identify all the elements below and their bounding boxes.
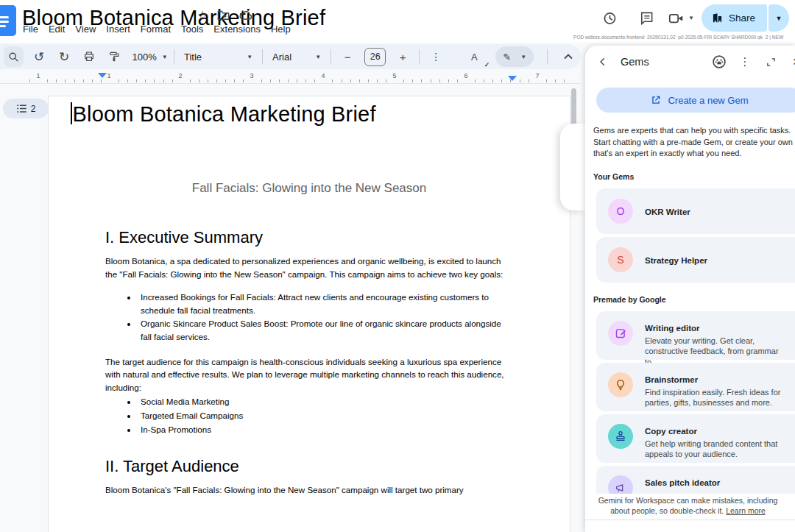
spelling-grammar-icon[interactable]: A✓: [464, 47, 488, 66]
stamp-icon: [608, 424, 633, 449]
gem-name: Copy creator: [645, 427, 697, 436]
doc-bullet-item[interactable]: In-Spa Promotions: [138, 423, 513, 436]
gems-panel-header: Gems ⋮ ✕: [585, 46, 795, 78]
increase-font-size-button[interactable]: +: [393, 47, 412, 66]
open-in-new-icon: [651, 95, 661, 105]
hide-menus-chevron-icon[interactable]: [559, 47, 578, 66]
paw-icon[interactable]: [710, 53, 728, 71]
gem-name: OKR Writer: [645, 208, 690, 216]
gem-card-writing-editor[interactable]: Writing editor Elevate your writing. Get…: [596, 311, 795, 360]
menu-help[interactable]: Help: [266, 22, 296, 36]
version-history-icon[interactable]: [595, 5, 624, 32]
expand-panel-icon[interactable]: [762, 53, 780, 71]
font-family-select[interactable]: Arial▼: [269, 47, 324, 66]
gem-avatar: S: [608, 247, 633, 272]
paint-format-icon[interactable]: [105, 47, 124, 66]
side-panel-grip[interactable]: [560, 124, 585, 210]
your-gems-label: Your Gems: [593, 172, 795, 181]
build-debug-text: POD editors.documents-frontend_20250131.…: [573, 35, 795, 40]
doc-bullet-item[interactable]: Targeted Email Campaigns: [138, 409, 513, 422]
doc-heading-title[interactable]: Bloom Botanica Marketing Brief: [71, 102, 376, 127]
doc-bullet-item[interactable]: Social Media Marketing: [138, 395, 513, 408]
right-indent-marker[interactable]: [508, 76, 517, 81]
menu-tools[interactable]: Tools: [176, 22, 208, 36]
footer-divider: [585, 519, 795, 520]
close-panel-icon[interactable]: ✕: [788, 53, 795, 71]
menu-file[interactable]: File: [18, 22, 43, 36]
gemini-disclaimer-footer: Gemini for Workspace can make mistakes, …: [585, 494, 795, 532]
doc-bullet-list[interactable]: Social Media Marketing Targeted Email Ca…: [105, 395, 513, 436]
doc-paragraph[interactable]: Bloom Botanica, a spa dedicated to perso…: [105, 255, 513, 280]
tab-count-badge: 2: [31, 104, 36, 114]
gem-name: Writing editor: [645, 324, 700, 333]
share-button-group: Share ▼: [702, 4, 789, 32]
doc-paragraph[interactable]: Bloom Botanica's "Fall Facials: Glowing …: [105, 483, 513, 497]
paragraph-style-select[interactable]: Title▼: [181, 47, 255, 66]
gem-description: Get help writing branded content that ap…: [645, 439, 785, 460]
doc-bullet-item[interactable]: Organic Skincare Product Sales Boost: Pr…: [138, 317, 513, 343]
document-page[interactable]: Bloom Botanica Marketing Brief Fall Faci…: [48, 96, 570, 532]
doc-bullet-item[interactable]: Increased Bookings for Fall Facials: Att…: [138, 291, 513, 316]
gems-description: Gems are experts that can help you with …: [593, 125, 794, 160]
premade-by-google-label: Premade by Google: [593, 295, 795, 304]
doc-subtitle[interactable]: Fall Facials: Glowing into the New Seaso…: [105, 181, 513, 196]
create-new-gem-button[interactable]: Create a new Gem: [596, 88, 795, 113]
outline-list-icon: [16, 104, 27, 113]
menu-view[interactable]: View: [70, 22, 101, 36]
gem-name: Brainstormer: [645, 375, 698, 384]
menu-insert[interactable]: Insert: [101, 22, 135, 36]
editor-toolbar: ↺ ↻ 100%▼ Title▼ Arial▼ − 26 + ⋮ A✓ ✎ ▼: [0, 44, 581, 69]
cloud-status-icon[interactable]: [239, 10, 252, 21]
disclaimer-text: Gemini for Workspace can make mistakes, …: [585, 494, 795, 516]
google-docs-logo-icon[interactable]: [0, 5, 16, 36]
back-chevron-icon[interactable]: [594, 53, 612, 71]
doc-heading-exec-summary[interactable]: I. Executive Summary: [105, 228, 513, 247]
move-folder-icon[interactable]: [217, 10, 230, 21]
gem-card-okr-writer[interactable]: O OKR Writer: [596, 188, 795, 234]
doc-paragraph[interactable]: The target audience for this campaign is…: [105, 355, 513, 394]
gem-avatar: O: [608, 199, 633, 224]
panel-more-options-icon[interactable]: ⋮: [736, 53, 754, 71]
menu-extensions[interactable]: Extensions: [208, 22, 266, 36]
share-dropdown-button[interactable]: ▼: [768, 4, 789, 32]
join-call-button[interactable]: ▼: [668, 13, 694, 24]
gem-name: Sales pitch ideator: [645, 478, 720, 487]
editing-mode-select[interactable]: ✎ ▼: [495, 46, 534, 67]
gems-side-panel: Gems ⋮ ✕ Create a new Gem Gems are exper…: [585, 46, 795, 532]
gem-card-copy-creator[interactable]: Copy creator Get help writing branded co…: [596, 414, 795, 463]
domain-icon: [712, 13, 723, 24]
text-cursor: [71, 102, 72, 124]
print-icon[interactable]: [80, 47, 99, 66]
pencil-icon: ✎: [503, 52, 511, 63]
learn-more-link[interactable]: Learn more: [726, 506, 766, 515]
doc-heading-target-audience[interactable]: II. Target Audience: [105, 457, 513, 476]
gem-description: Find inspiration easily. Fresh ideas for…: [645, 387, 785, 408]
panel-title: Gems: [621, 56, 710, 68]
font-size-input[interactable]: 26: [364, 48, 386, 66]
doc-bullet-list[interactable]: Increased Bookings for Fall Facials: Att…: [105, 291, 513, 343]
left-indent-marker[interactable]: [98, 73, 107, 78]
redo-icon[interactable]: ↻: [54, 47, 74, 66]
more-toolbar-options-icon[interactable]: ⋮: [426, 47, 445, 66]
gem-card-strategy-helper[interactable]: S Strategy Helper: [596, 237, 795, 283]
zoom-select[interactable]: 100%▼: [132, 47, 167, 66]
horizontal-ruler[interactable]: 1 1 2 3 4 5 6 7: [0, 72, 581, 84]
edit-square-icon: [608, 321, 633, 346]
undo-icon[interactable]: ↺: [29, 47, 49, 66]
lightbulb-icon: [608, 372, 633, 397]
menu-edit[interactable]: Edit: [43, 22, 70, 36]
gem-name: Strategy Helper: [645, 256, 707, 265]
call-dropdown-caret-icon[interactable]: ▼: [688, 15, 694, 21]
gem-card-brainstormer[interactable]: Brainstormer Find inspiration easily. Fr…: [596, 363, 795, 411]
menu-bar: File Edit View Insert Format Tools Exten…: [18, 22, 296, 36]
star-icon[interactable]: ☆: [197, 8, 208, 22]
share-button[interactable]: Share: [702, 4, 767, 32]
menu-format[interactable]: Format: [135, 22, 176, 36]
document-tabs-button[interactable]: 2: [3, 99, 49, 118]
comments-icon[interactable]: [632, 5, 661, 32]
decrease-font-size-button[interactable]: −: [338, 47, 357, 66]
app-header: Bloom Botanica Marketing Brief ☆ File Ed…: [0, 0, 795, 43]
document-canvas: 2 Bloom Botanica Marketing Brief Fall Fa…: [0, 84, 585, 532]
search-menus-icon[interactable]: [4, 46, 24, 67]
